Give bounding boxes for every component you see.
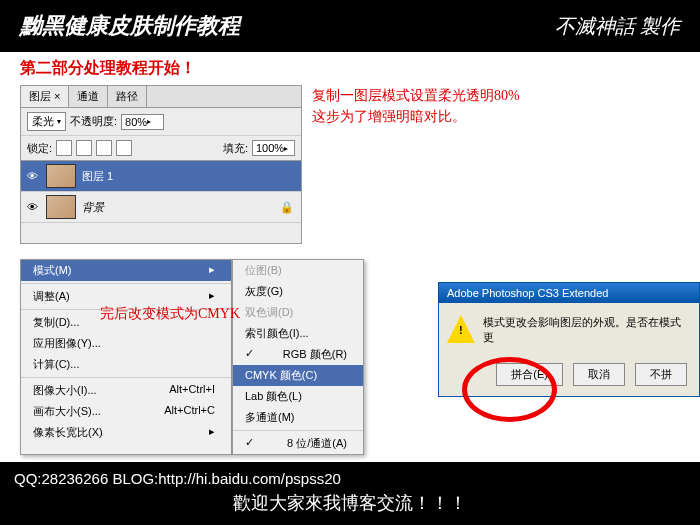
highlight-circle: [462, 357, 557, 422]
opacity-label: 不透明度:: [70, 114, 117, 129]
menu-grayscale[interactable]: 灰度(G): [233, 281, 363, 302]
opacity-input[interactable]: 80%▸: [121, 114, 164, 130]
no-flatten-button[interactable]: 不拼: [635, 363, 687, 386]
mode-change-note: 完后改变模式为CMYK: [100, 305, 240, 323]
image-menu: 模式(M)▸ 调整(A)▸ 复制(D)... 应用图像(Y)... 计算(C).…: [20, 259, 232, 455]
lock-icon: 🔒: [280, 201, 294, 214]
tab-layers[interactable]: 图层 ×: [21, 86, 69, 107]
dialog-message: 模式更改会影响图层的外观。是否在模式更: [483, 315, 691, 345]
menu-image-size[interactable]: 图像大小(I)...Alt+Ctrl+I: [21, 380, 231, 401]
section-subtitle: 第二部分处理教程开始！: [0, 52, 700, 85]
header: 黝黑健康皮肤制作教程 不滅神話 製作: [0, 0, 700, 52]
layer-row-1[interactable]: 👁 图层 1: [21, 161, 301, 192]
layers-panel: 图层 × 通道 路径 柔光 不透明度: 80%▸ 锁定: 填充: 100%▸ 👁…: [20, 85, 302, 244]
lock-label: 锁定:: [27, 141, 52, 156]
blend-mode-select[interactable]: 柔光: [27, 112, 66, 131]
footer: QQ:28236266 BLOG:http://hi.baidu.com/psp…: [0, 462, 700, 525]
menu-multichannel[interactable]: 多通道(M): [233, 407, 363, 428]
fill-input[interactable]: 100%▸: [252, 140, 295, 156]
lock-paint-icon[interactable]: [76, 140, 92, 156]
visibility-icon[interactable]: 👁: [24, 201, 40, 213]
layer-row-bg[interactable]: 👁 背景 🔒: [21, 192, 301, 223]
layer-thumbnail: [46, 195, 76, 219]
mode-submenu: 位图(B) 灰度(G) 双色调(D) 索引颜色(I)... ✓RGB 颜色(R)…: [232, 259, 364, 455]
menu-mode[interactable]: 模式(M)▸: [21, 260, 231, 281]
fill-label: 填充:: [223, 141, 248, 156]
menu-apply-image[interactable]: 应用图像(Y)...: [21, 333, 231, 354]
menu-indexed[interactable]: 索引颜色(I)...: [233, 323, 363, 344]
visibility-icon[interactable]: 👁: [24, 170, 40, 182]
menu-lab[interactable]: Lab 颜色(L): [233, 386, 363, 407]
header-logo: 不滅神話 製作: [555, 13, 680, 40]
footer-contact: QQ:28236266 BLOG:http://hi.baidu.com/psp…: [14, 470, 686, 487]
warning-icon: [447, 315, 475, 343]
lock-all-icon[interactable]: [116, 140, 132, 156]
menu-8bit[interactable]: ✓8 位/通道(A): [233, 433, 363, 454]
page-title: 黝黑健康皮肤制作教程: [20, 11, 240, 41]
lock-position-icon[interactable]: [96, 140, 112, 156]
lock-transparent-icon[interactable]: [56, 140, 72, 156]
step-description: 复制一图层模式设置柔光透明80% 这步为了增强明暗对比。: [312, 85, 520, 244]
tab-paths[interactable]: 路径: [108, 86, 147, 107]
menu-rgb[interactable]: ✓RGB 颜色(R): [233, 344, 363, 365]
layer-name: 背景: [82, 200, 104, 215]
menu-pixel-ratio[interactable]: 像素长宽比(X)▸: [21, 422, 231, 443]
menu-adjustments[interactable]: 调整(A)▸: [21, 286, 231, 307]
dialog-title: Adobe Photoshop CS3 Extended: [439, 283, 699, 303]
menu-duotone[interactable]: 双色调(D): [233, 302, 363, 323]
tab-channels[interactable]: 通道: [69, 86, 108, 107]
cancel-button[interactable]: 取消: [573, 363, 625, 386]
layer-thumbnail: [46, 164, 76, 188]
panel-tabs: 图层 × 通道 路径: [21, 86, 301, 108]
layer-name: 图层 1: [82, 169, 113, 184]
menu-canvas-size[interactable]: 画布大小(S)...Alt+Ctrl+C: [21, 401, 231, 422]
menu-bitmap[interactable]: 位图(B): [233, 260, 363, 281]
menu-cmyk[interactable]: CMYK 颜色(C): [233, 365, 363, 386]
footer-welcome: 歡迎大家來我博客交流！！！: [14, 491, 686, 515]
menu-calculations[interactable]: 计算(C)...: [21, 354, 231, 375]
